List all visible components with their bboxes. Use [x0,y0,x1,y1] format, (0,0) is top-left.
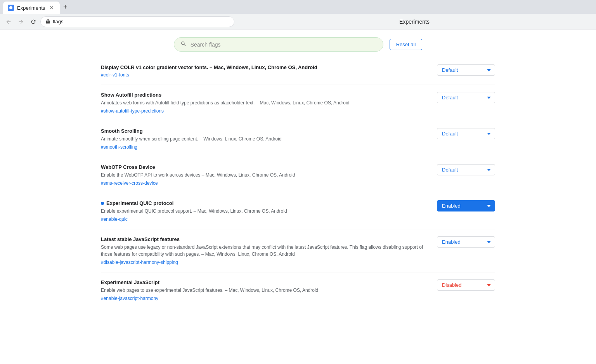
flag-select[interactable]: Default Enabled Disabled [437,164,495,175]
flag-link[interactable]: #smooth-scrolling [101,144,137,150]
flag-control: Default Enabled Disabled [437,164,495,175]
flag-item: Experimental QUIC protocol Enable experi… [101,193,495,229]
search-input[interactable] [191,42,377,48]
tab-title: Experiments [17,5,45,11]
flag-link[interactable]: #show-autofill-type-predictions [101,108,164,114]
new-tab-button[interactable]: + [60,2,71,12]
flag-select[interactable]: Default Enabled Disabled [437,236,495,248]
flag-control: Default Enabled Disabled [437,128,495,139]
flag-info: Experimental JavaScript Enable web pages… [101,279,425,301]
flag-item: Experimental JavaScript Enable web pages… [101,272,495,308]
flag-item: Display COLR v1 color gradient vector fo… [101,57,495,85]
flag-link[interactable]: #enable-quic [101,217,128,222]
flag-info: WebOTP Cross Device Enable the WebOTP AP… [101,164,425,186]
flag-item: WebOTP Cross Device Enable the WebOTP AP… [101,157,495,193]
flag-item: Latest stable JavaScript features Some w… [101,229,495,272]
flag-desc: Enable the WebOTP API to work across dev… [101,172,425,179]
flag-desc: Some web pages use legacy or non-standar… [101,244,425,258]
flag-control: Default Enabled Disabled [437,64,495,76]
flag-enabled-dot [101,202,104,205]
tab-favicon [8,5,14,11]
forward-button[interactable] [16,16,26,27]
flag-link[interactable]: #sms-receiver-cross-device [101,180,158,186]
flags-list: Display COLR v1 color gradient vector fo… [0,57,596,308]
flag-item: Show Autofill predictions Annotates web … [101,85,495,121]
flag-select[interactable]: Default Enabled Disabled [437,92,495,103]
flag-item: Smooth Scrolling Animate smoothly when s… [101,121,495,157]
flag-info: Latest stable JavaScript features Some w… [101,236,425,265]
page-title: Experiments [236,19,593,25]
flag-name: Smooth Scrolling [101,128,425,134]
flag-name: Experimental JavaScript [101,279,425,285]
flag-desc: Enable experimental QUIC protocol suppor… [101,208,425,215]
flag-select[interactable]: Default Enabled Disabled [437,64,495,76]
flag-desc: Annotates web forms with Autofill field … [101,99,425,106]
flag-control: Default Enabled Disabled [437,92,495,103]
flag-control: Default Enabled Disabled [437,200,495,211]
browser-tab[interactable]: Experiments ✕ [3,2,60,14]
address-bar[interactable]: flags [40,16,234,27]
flag-desc: Animate smoothly when scrolling page con… [101,135,425,142]
flag-info: Experimental QUIC protocol Enable experi… [101,200,425,222]
reload-button[interactable] [28,16,39,27]
flag-select[interactable]: Default Enabled Disabled [437,200,495,211]
flag-name: Show Autofill predictions [101,92,425,98]
search-box [174,37,383,52]
security-icon [45,19,50,25]
flag-link[interactable]: #colr-v1-fonts [101,72,129,78]
flag-desc: Enable web pages to use experimental Jav… [101,287,425,294]
flag-control: Default Enabled Disabled [437,279,495,291]
flag-name: WebOTP Cross Device [101,164,425,170]
flag-select[interactable]: Default Enabled Disabled [437,279,495,291]
back-button[interactable] [3,16,14,27]
reset-all-button[interactable]: Reset all [390,39,423,50]
flag-info: Show Autofill predictions Annotates web … [101,92,425,114]
flag-info: Smooth Scrolling Animate smoothly when s… [101,128,425,150]
flag-info: Display COLR v1 color gradient vector fo… [101,64,425,78]
flag-select[interactable]: Default Enabled Disabled [437,128,495,139]
url-display: flags [53,19,63,24]
svg-point-0 [9,6,12,9]
flag-link[interactable]: #disable-javascript-harmony-shipping [101,260,178,265]
flag-name: Display COLR v1 color gradient vector fo… [101,64,425,70]
flag-name: Experimental QUIC protocol [101,200,425,206]
flag-link[interactable]: #enable-javascript-harmony [101,296,158,301]
flag-control: Default Enabled Disabled [437,236,495,248]
search-icon [180,41,187,48]
tab-close-button[interactable]: ✕ [48,4,55,11]
flag-name: Latest stable JavaScript features [101,236,425,242]
